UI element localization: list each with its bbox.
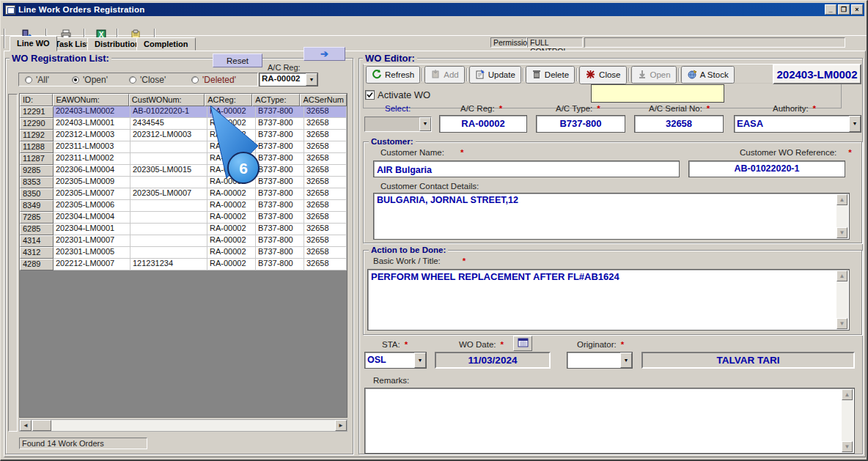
toolbar-separator — [576, 68, 578, 81]
col-acsernum[interactable]: ACSerNum — [300, 94, 347, 106]
scroll-left-icon[interactable]: ◄ — [20, 420, 32, 431]
col-custwonum[interactable]: CustWONum: — [129, 94, 205, 106]
radio-open-circle — [72, 76, 79, 84]
scroll-down-icon[interactable]: ▼ — [836, 318, 847, 329]
list-ac-reg-combo[interactable]: RA-00002 ▼ — [259, 73, 318, 86]
table-row[interactable]: 11288202311-LM0003RA-00002B737-80032658 — [20, 141, 347, 153]
row-cell: RA-00002 — [207, 106, 256, 118]
table-row[interactable]: 4314202301-LM0007RA-00002B737-80032658 — [20, 235, 347, 247]
radio-deleted-label: 'Deleted' — [202, 75, 236, 85]
add-button[interactable]: Add — [424, 66, 464, 84]
customer-wo-ref-input[interactable]: AB-01022020-1 — [688, 161, 845, 177]
chevron-down-icon[interactable]: ▼ — [620, 353, 632, 368]
row-id-cell: 12290 — [20, 118, 54, 130]
forward-arrow-button[interactable]: ➔ — [304, 47, 345, 61]
editor-ac-serial-label: A/C Serial No:* — [649, 104, 710, 113]
row-cell: 121231234 — [130, 259, 207, 270]
row-cell: RA-00002 — [207, 212, 256, 224]
customer-contact-textarea[interactable]: BULGARIA, JORNAL STREET,12 ▲▼ — [373, 193, 850, 240]
col-id[interactable]: ID: — [20, 94, 53, 106]
scroll-up-icon[interactable]: ▲ — [836, 270, 847, 281]
reset-button[interactable]: Reset — [213, 54, 262, 67]
textarea-scrollbar[interactable]: ▲▼ — [836, 194, 848, 238]
customer-contact-value: BULGARIA, JORNAL STREET,12 — [377, 195, 518, 205]
wo-registration-list-title: WO Registration List: — [10, 53, 111, 64]
table-row[interactable]: 8350202305-LM0007202305-LM0007RA-00002B7… — [20, 188, 347, 200]
chevron-down-icon[interactable]: ▼ — [849, 116, 861, 132]
table-row[interactable]: 11287202311-LM0002RA-00002B737-80032658 — [20, 153, 347, 165]
col-actype[interactable]: ACType: — [252, 94, 300, 106]
calendar-button[interactable] — [513, 336, 532, 351]
authority-combo[interactable]: EASA ▼ — [734, 115, 861, 133]
scroll-down-icon[interactable]: ▼ — [836, 227, 847, 238]
radio-deleted[interactable]: 'Deleted' — [191, 75, 236, 85]
textarea-scrollbar[interactable]: ▲▼ — [842, 389, 853, 452]
checkbox-box[interactable] — [365, 90, 375, 100]
radio-all[interactable]: 'All' — [25, 75, 49, 85]
list-hscrollbar[interactable]: ◄ ► — [19, 419, 347, 432]
chevron-down-icon[interactable]: ▼ — [419, 117, 431, 131]
row-cell: RA-00002 — [207, 235, 256, 247]
minimize-button[interactable]: _ — [825, 4, 836, 15]
table-row[interactable]: 6285202304-LM0001RA-00002B737-80032658 — [20, 224, 347, 235]
table-row[interactable]: 4312202301-LM0005RA-00002B737-80032658 — [20, 247, 347, 259]
select-combo[interactable]: ▼ — [364, 117, 432, 132]
add-label: Add — [444, 70, 458, 79]
ac-reg-field: RA-00002 — [439, 115, 527, 133]
row-cell — [130, 141, 207, 153]
table-row[interactable]: 7285202304-LM0004RA-00002B737-80032658 — [20, 212, 347, 224]
remarks-textarea[interactable]: ▲▼ — [364, 388, 855, 454]
row-cell: B737-800 — [256, 200, 304, 212]
table-row[interactable]: 11292202312-LM0003202312-LM0003RA-00002B… — [20, 130, 347, 141]
hscroll-thumb[interactable] — [32, 420, 51, 431]
row-cell: 202301-LM0007 — [54, 235, 130, 247]
open-wo-button[interactable]: Open — [631, 66, 677, 84]
scroll-down-icon[interactable]: ▼ — [842, 441, 853, 452]
row-cell: 202305-LM0006 — [54, 200, 130, 212]
restore-button[interactable]: ❐ — [838, 4, 850, 15]
window-close-button[interactable]: × — [851, 4, 863, 15]
tab-line-wo[interactable]: Line WO — [10, 36, 57, 51]
customer-wo-ref-label: Customer WO Reference:* — [740, 148, 852, 157]
scroll-right-icon[interactable]: ► — [335, 420, 347, 431]
table-row[interactable]: 12290202403-LM00012434545RA-00002B737-80… — [20, 118, 347, 130]
scroll-up-icon[interactable]: ▲ — [836, 194, 847, 205]
refresh-button[interactable]: Refresh — [366, 66, 420, 84]
row-cell: RA-00002 — [207, 153, 256, 165]
originator-combo[interactable]: ▼ — [567, 352, 633, 369]
editor-authority-label: Authority:* — [773, 104, 816, 113]
chevron-down-icon[interactable]: ▼ — [306, 73, 317, 86]
table-row[interactable]: 8353202305-LM0009RA-00002B737-80032658 — [20, 177, 347, 188]
customer-group-label: Customer: — [369, 137, 416, 146]
yellow-highlight-field[interactable] — [591, 84, 724, 103]
table-row[interactable]: 12291202403-LM0002AB-01022020-1RA-00002B… — [20, 106, 347, 118]
customer-name-input[interactable]: AIR Bulgaria — [373, 161, 680, 177]
wo-editor-title: WO Editor: — [363, 53, 417, 64]
a-stock-button[interactable]: A Stock — [681, 66, 735, 84]
wo-date-field: 11/03/2024 — [435, 352, 551, 369]
delete-button[interactable]: Delete — [526, 66, 575, 84]
basic-work-textarea[interactable]: PERFORM WHEEL REPLACEMENT AFTER FL#AB162… — [367, 269, 850, 331]
row-cell: 202304-LM0004 — [54, 212, 130, 224]
update-button[interactable]: Update — [469, 66, 521, 84]
sta-combo[interactable]: OSL ▼ — [364, 352, 427, 369]
textarea-scrollbar[interactable]: ▲▼ — [836, 270, 848, 329]
col-acreg[interactable]: ACReg: — [205, 94, 252, 106]
tab-completion[interactable]: Completion — [136, 37, 196, 51]
table-row[interactable]: 9285202306-LM0004202305-LM0015RA-00002B7… — [20, 165, 347, 177]
row-id-cell: 8353 — [20, 177, 54, 188]
radio-open[interactable]: 'Open' — [72, 75, 108, 85]
table-row[interactable]: 8349202305-LM0006RA-00002B737-80032658 — [20, 200, 347, 212]
table-row[interactable]: 4289202212-LM0007121231234RA-00002B737-8… — [20, 259, 347, 270]
activate-wo-checkbox[interactable]: Activate WO — [365, 89, 430, 100]
customer-contact-label: Customer Contact Details: — [380, 182, 479, 191]
close-wo-button[interactable]: Close — [579, 66, 626, 84]
wo-table: ID: EAWONum: CustWONum: ACReg: ACType: A… — [19, 93, 347, 418]
col-eawonum[interactable]: EAWONum: — [53, 94, 128, 106]
row-cell: RA-00002 — [207, 130, 256, 141]
radio-close[interactable]: 'Close' — [129, 75, 166, 85]
chevron-down-icon[interactable]: ▼ — [414, 353, 426, 368]
app-icon — [5, 5, 15, 15]
scroll-up-icon[interactable]: ▲ — [842, 389, 853, 400]
row-cell: 202212-LM0007 — [54, 259, 130, 270]
